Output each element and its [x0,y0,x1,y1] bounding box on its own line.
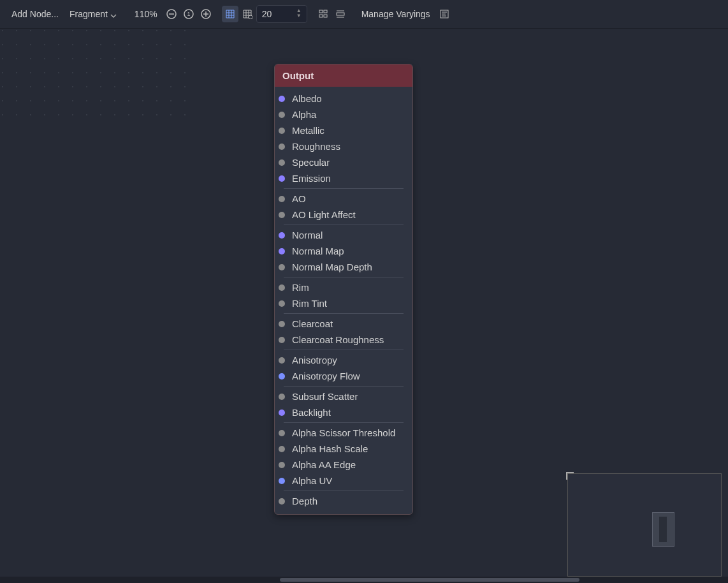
port-socket-icon[interactable] [279,430,285,436]
input-port[interactable]: Backlight [275,404,412,420]
minimap-viewport[interactable] [652,512,674,547]
input-port[interactable]: Alpha Hash Scale [275,441,412,457]
graph-canvas[interactable]: Output AlbedoAlphaMetallicRoughnessSpecu… [0,28,728,583]
input-port[interactable]: Alpha Scissor Threshold [275,425,412,441]
port-label: AO [292,193,306,204]
port-group-divider [284,386,404,387]
input-port[interactable]: Anisotropy [275,352,412,368]
scrollbar-thumb[interactable] [280,578,579,582]
port-socket-icon[interactable] [279,394,285,400]
node-body: AlbedoAlphaMetallicRoughnessSpecularEmis… [275,87,412,514]
minimap-corner-icon [566,472,574,480]
port-socket-icon[interactable] [279,144,285,150]
port-socket-icon[interactable] [279,284,285,291]
input-port[interactable]: Emission [275,170,412,186]
input-port[interactable]: Clearcoat [275,316,412,332]
input-port[interactable]: Subsurf Scatter [275,388,412,404]
port-label: Emission [292,173,331,184]
input-port[interactable]: Roughness [275,138,412,154]
port-label: Clearcoat Roughness [292,334,384,345]
input-port[interactable]: Alpha UV [275,473,412,489]
input-port[interactable]: Depth [275,493,412,509]
grid-size-field[interactable]: 20 ▲▼ [256,5,307,23]
port-socket-icon[interactable] [279,373,285,380]
port-label: Albedo [292,93,322,104]
port-socket-icon[interactable] [279,462,285,468]
port-socket-icon[interactable] [279,112,285,118]
layout-button[interactable] [332,6,349,22]
svg-rect-8 [319,10,323,13]
port-socket-icon[interactable] [279,159,285,166]
spinner-down-icon[interactable]: ▼ [296,14,304,19]
port-label: Anisotropy Flow [292,371,360,381]
input-port[interactable]: Normal Map Depth [275,259,412,275]
svg-rect-12 [337,13,344,15]
zoom-label: 110% [129,9,163,19]
port-socket-icon[interactable] [279,128,285,134]
input-port[interactable]: Clearcoat Roughness [275,332,412,348]
port-label: Rim [292,282,309,293]
port-socket-icon[interactable] [279,446,285,452]
arrange-nodes-button[interactable] [315,6,331,22]
grid-size-spinner[interactable]: ▲▼ [296,9,304,19]
input-port[interactable]: Alpha AA Edge [275,457,412,473]
port-label: Alpha AA Edge [292,459,356,470]
port-label: Roughness [292,141,340,152]
port-socket-icon[interactable] [279,175,285,182]
preview-code-button[interactable] [436,6,453,22]
port-socket-icon[interactable] [279,498,285,505]
port-socket-icon[interactable] [279,321,285,327]
port-socket-icon[interactable] [279,232,285,239]
port-label: Alpha UV [292,475,332,486]
svg-rect-11 [324,15,327,17]
port-label: Anisotropy [292,355,337,365]
port-group-divider [284,277,404,277]
port-socket-icon[interactable] [279,248,285,255]
input-port[interactable]: Alpha [275,107,412,122]
input-port[interactable]: Metallic [275,122,412,138]
minimap[interactable] [567,473,722,577]
port-socket-icon[interactable] [279,300,285,307]
port-group-divider [284,313,404,314]
port-socket-icon[interactable] [279,410,285,416]
svg-point-7 [249,15,252,19]
input-port[interactable]: Albedo [275,91,412,107]
shader-stage-dropdown[interactable]: Fragment [64,4,122,24]
input-port[interactable]: AO Light Affect [275,207,412,223]
input-port[interactable]: Rim [275,279,412,295]
horizontal-scrollbar[interactable] [0,577,728,583]
input-port[interactable]: Anisotropy Flow [275,368,412,384]
port-label: Normal Map [292,246,344,256]
output-node[interactable]: Output AlbedoAlphaMetallicRoughnessSpecu… [274,64,413,515]
port-label: AO Light Affect [292,209,356,220]
port-group-divider [284,422,404,423]
port-socket-icon[interactable] [279,96,285,102]
port-socket-icon[interactable] [279,357,285,364]
add-node-button[interactable]: Add Node... [6,4,64,24]
port-group-divider [284,225,404,225]
grid-snap-button[interactable] [222,6,238,22]
grid-size-value: 20 [259,9,296,19]
node-title[interactable]: Output [275,64,412,87]
port-socket-icon[interactable] [279,264,285,270]
port-socket-icon[interactable] [279,337,285,343]
zoom-out-button[interactable] [163,6,180,22]
grid-settings-button[interactable] [239,6,256,22]
toolbar: Add Node... Fragment 110% 1 20 ▲▼ Manage… [0,0,728,29]
port-label: Alpha Hash Scale [292,443,368,454]
zoom-in-button[interactable] [198,6,214,22]
zoom-reset-button[interactable]: 1 [180,6,197,22]
port-socket-icon[interactable] [279,212,285,218]
manage-varyings-button[interactable]: Manage Varyings [356,4,435,24]
port-label: Backlight [292,407,331,418]
input-port[interactable]: Normal Map [275,243,412,259]
input-port[interactable]: AO [275,191,412,207]
port-label: Rim Tint [292,298,327,309]
input-port[interactable]: Normal [275,227,412,243]
port-socket-icon[interactable] [279,196,285,202]
input-port[interactable]: Specular [275,154,412,170]
grid-dots [0,28,191,124]
input-port[interactable]: Rim Tint [275,295,412,311]
port-label: Subsurf Scatter [292,391,358,402]
port-socket-icon[interactable] [279,478,285,484]
